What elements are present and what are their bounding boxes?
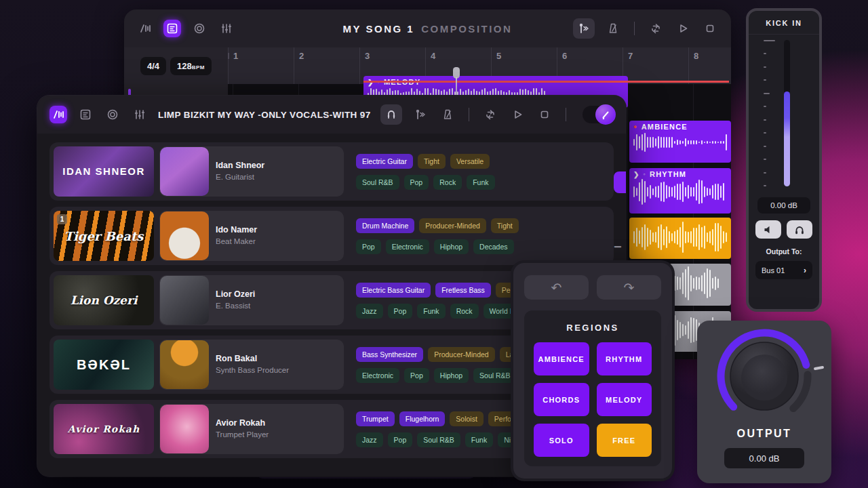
musician-profile-card[interactable]: Lior Ozeri E. Bassist bbox=[159, 275, 344, 325]
listen-demo-icon[interactable]: ♫ bbox=[625, 214, 626, 229]
region-button-solo[interactable]: SOLO bbox=[534, 424, 589, 457]
musician-profile-card[interactable]: Avior Rokah Trumpet Player bbox=[159, 404, 344, 454]
arrangement-view-icon[interactable] bbox=[163, 20, 181, 37]
tag-chip-genre: Electronic bbox=[356, 368, 399, 383]
region-button-melody[interactable]: MELODY bbox=[597, 383, 652, 416]
musician-name: Ido Namer bbox=[216, 225, 331, 235]
musician-avatar bbox=[160, 340, 209, 389]
musician-tags: Drum MachineProducer-MindedTight PopElec… bbox=[356, 218, 608, 254]
musician-banner: Avior Rokah bbox=[54, 404, 154, 454]
fader-scale bbox=[764, 40, 777, 186]
divider bbox=[634, 22, 635, 35]
loop-icon[interactable] bbox=[647, 20, 665, 37]
redo-button[interactable]: ↷ bbox=[597, 275, 661, 300]
headphones-monitor-button[interactable] bbox=[787, 220, 812, 239]
musician-banner: Lion Ozeri bbox=[54, 275, 154, 325]
musician-role: Synth Bass Producer bbox=[216, 365, 331, 375]
add-musician-button[interactable]: + bbox=[614, 171, 626, 193]
tag-chip-genre: Pop bbox=[388, 432, 413, 447]
musician-avatar bbox=[160, 211, 209, 260]
metronome-icon[interactable] bbox=[439, 106, 456, 123]
tag-chip-trait: Versatile bbox=[450, 154, 490, 169]
region-ambience[interactable]: ● AMBIENCE bbox=[629, 121, 731, 163]
region-button-ambience[interactable]: AMBIENCE bbox=[534, 342, 589, 375]
musician-banner-text: BƏKƏL bbox=[77, 357, 131, 373]
play-icon[interactable] bbox=[509, 106, 526, 123]
remove-musician-button[interactable]: − bbox=[614, 239, 622, 255]
tag-chip-genre: Pop bbox=[404, 175, 429, 190]
musician-name: Lior Ozeri bbox=[216, 289, 331, 299]
output-db-value[interactable]: 0.00 dB bbox=[724, 448, 804, 468]
musician-row[interactable]: 1 Tiger Beats Ido Namer Beat Maker Drum … bbox=[50, 207, 614, 265]
tag-chip-genre: Funk bbox=[467, 175, 494, 190]
region-yellow-clip[interactable] bbox=[629, 218, 731, 259]
tag-chip-genre: Rock bbox=[450, 304, 479, 319]
musician-banner: 1 Tiger Beats bbox=[54, 211, 154, 261]
region-button-rhythm[interactable]: RHYTHM bbox=[597, 342, 652, 375]
divider bbox=[469, 108, 469, 121]
bar-number: 6 bbox=[562, 51, 567, 61]
speaker-monitor-button[interactable] bbox=[755, 220, 781, 239]
tag-chip-genre: Jazz bbox=[356, 432, 383, 447]
volume-fader-fill[interactable] bbox=[784, 92, 790, 186]
loop-icon[interactable] bbox=[481, 106, 499, 123]
tag-chip-genre: Soul R&B bbox=[417, 432, 460, 447]
musician-profile-card[interactable]: Ron Bakal Synth Bass Producer bbox=[159, 340, 344, 390]
record-view-icon[interactable] bbox=[191, 20, 208, 37]
bar-number: 7 bbox=[628, 51, 633, 61]
stop-icon[interactable] bbox=[536, 106, 553, 123]
region-button-chords[interactable]: CHORDS bbox=[534, 383, 589, 416]
stop-icon[interactable] bbox=[701, 20, 719, 37]
musician-profile-card[interactable]: Ido Namer Beat Maker bbox=[159, 211, 344, 261]
edit-mode-toggle[interactable] bbox=[583, 106, 614, 123]
mixer-view-icon[interactable] bbox=[131, 106, 149, 123]
follow-playhead-icon[interactable] bbox=[573, 18, 595, 39]
follow-playhead-icon[interactable] bbox=[412, 106, 429, 123]
region-rhythm[interactable]: ❯ ◦ RHYTHM bbox=[629, 168, 731, 214]
snap-magnet-icon[interactable] bbox=[380, 104, 402, 125]
tag-chip-instrument: Drum Machine bbox=[356, 218, 414, 233]
regions-title: REGIONS bbox=[534, 323, 652, 333]
tag-chip-genre: Soul R&B bbox=[356, 175, 399, 190]
tag-chip-genre: Jazz bbox=[356, 304, 383, 319]
bar-number: 2 bbox=[299, 51, 304, 61]
region-button-free[interactable]: FREE bbox=[597, 424, 652, 457]
tag-chip-genre: Decades bbox=[473, 239, 513, 254]
tag-chip-trait: Tight bbox=[491, 218, 519, 233]
time-signature[interactable]: 4/4 bbox=[140, 57, 166, 75]
collapse-chevron-icon[interactable]: ❯ bbox=[633, 171, 640, 178]
tag-chip-instrument: Bass Synthesizer bbox=[356, 347, 423, 362]
audio-edit-view-icon[interactable] bbox=[50, 106, 67, 123]
tag-chip-trait: Producer-Minded bbox=[428, 347, 495, 362]
musician-avatar bbox=[160, 405, 209, 453]
tag-chip-instrument: Fretless Bass bbox=[435, 283, 491, 298]
audio-edit-view-icon[interactable] bbox=[136, 20, 154, 37]
channel-db-value[interactable]: 0.00 dB bbox=[757, 197, 810, 214]
output-label: OUTPUT bbox=[697, 428, 831, 440]
loop-range-line[interactable] bbox=[363, 81, 729, 83]
tag-chip-genre: Soul R&B bbox=[473, 368, 517, 383]
ruler-ticks bbox=[228, 53, 241, 59]
tag-chip-instrument: Trumpet bbox=[356, 411, 395, 426]
tag-chip-genre: Pop bbox=[404, 368, 429, 383]
musician-banner: BƏKƏL bbox=[54, 340, 154, 390]
brush-icon bbox=[595, 104, 616, 125]
regions-panel: ↶ ↷ REGIONS AMBIENCERHYTHMCHORDSMELODYSO… bbox=[513, 263, 672, 479]
arrangement-view-icon[interactable] bbox=[77, 106, 94, 123]
musician-row[interactable]: IDAN SHNEOR Idan Shneor E. Guitarist Ele… bbox=[50, 142, 614, 201]
undo-button[interactable]: ↶ bbox=[524, 275, 589, 300]
output-knob[interactable] bbox=[700, 325, 829, 428]
tag-chip-genre: Funk bbox=[417, 304, 445, 319]
region-label: AMBIENCE bbox=[642, 123, 688, 131]
bar-number: 4 bbox=[431, 51, 435, 61]
session-header: LIMP BIZKIT MY WAY -ONLY VOCALS-WITH 97.… bbox=[37, 96, 626, 134]
bpm-display[interactable]: 128BPM bbox=[170, 57, 212, 75]
output-bus-selector[interactable]: Bus 01 › bbox=[755, 261, 812, 279]
play-icon[interactable] bbox=[674, 20, 692, 37]
musician-profile-card[interactable]: Idan Shneor E. Guitarist bbox=[159, 146, 344, 197]
record-view-icon[interactable] bbox=[104, 106, 121, 123]
bus-value: Bus 01 bbox=[762, 266, 785, 274]
bar-number: 5 bbox=[496, 51, 501, 61]
mixer-view-icon[interactable] bbox=[218, 20, 235, 37]
metronome-icon[interactable] bbox=[604, 20, 622, 37]
